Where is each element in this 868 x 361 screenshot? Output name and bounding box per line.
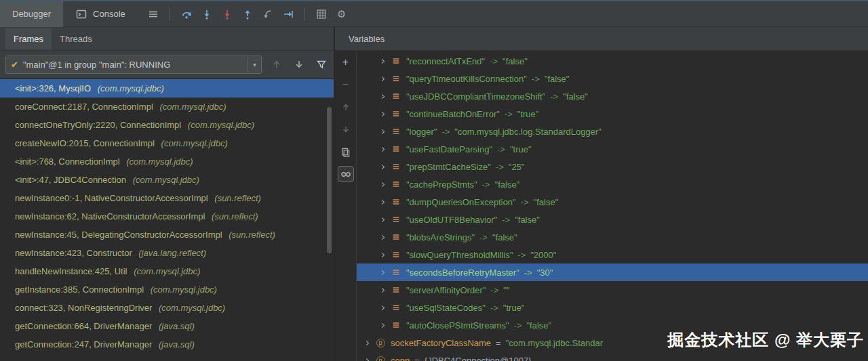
chevron-right-icon[interactable] [377, 322, 388, 329]
chevron-right-icon[interactable] [377, 163, 388, 171]
variable-row[interactable]: "useSqlStateCodes" -> "true" [357, 299, 868, 316]
map-entry-icon [391, 144, 401, 154]
frame-row[interactable]: connectOneTryOnly:2220, ConnectionImpl (… [0, 116, 334, 134]
chevron-right-icon[interactable] [377, 110, 388, 118]
chevron-right-icon[interactable] [377, 181, 388, 188]
previous-frame-button[interactable] [270, 56, 284, 73]
tab-console[interactable]: Console [63, 1, 138, 27]
variable-row[interactable]: "queryTimeoutKillsConnection" -> "false" [357, 70, 868, 87]
chevron-right-icon[interactable] [377, 234, 388, 241]
frames-scrollbar[interactable] [327, 80, 332, 360]
view-breakpoints-icon[interactable] [311, 5, 332, 23]
variable-row[interactable]: "logger" -> "com.mysql.jdbc.log.Standard… [357, 123, 868, 140]
chevron-right-icon[interactable] [377, 128, 388, 135]
frame-row[interactable]: createNewIO:2015, ConnectionImpl (com.my… [0, 134, 334, 152]
variable-row[interactable]: "useOldUTF8Behavior" -> "false" [357, 211, 868, 228]
variable-value: "com.mysql.jdbc.log.StandardLogger" [454, 127, 601, 137]
layout-menu-icon[interactable] [143, 5, 163, 23]
variable-row[interactable]: "useJDBCCompliantTimezoneShift" -> "fals… [357, 87, 868, 105]
local-variable-row[interactable]: p conn = {JDBC4Connection@1007} [357, 352, 868, 361]
filter-frames-button[interactable] [314, 56, 328, 73]
frame-row[interactable]: <init>:47, JDBC4Connection (com.mysql.jd… [0, 171, 334, 189]
console-icon [75, 5, 87, 23]
variable-value: "false" [495, 179, 520, 190]
chevron-right-icon[interactable] [377, 146, 388, 153]
arrow-separator: -> [490, 303, 498, 313]
drop-frame-icon[interactable] [258, 5, 278, 23]
step-over-icon[interactable] [176, 5, 197, 23]
chevron-right-icon[interactable] [377, 251, 388, 259]
chevron-right-icon[interactable] [377, 198, 388, 206]
map-entry-icon [391, 302, 401, 313]
watches-toolbar: + − [335, 51, 357, 361]
frame-location: getConnection:247, DriverManager [15, 339, 152, 349]
frames-scrollbar-thumb[interactable] [327, 107, 332, 253]
frame-row[interactable]: getConnection:247, DriverManager (java.s… [0, 335, 334, 354]
equals-separator: = [414, 356, 420, 361]
variable-row[interactable]: "serverAffinityOrder" -> "" [357, 281, 868, 299]
run-to-cursor-icon[interactable] [278, 5, 298, 23]
frame-row[interactable]: <init>:326, MysqlIO (com.mysql.jdbc) [0, 79, 334, 98]
arrow-separator: -> [502, 215, 510, 225]
chevron-right-icon[interactable] [361, 339, 372, 347]
next-frame-button[interactable] [292, 56, 307, 73]
frame-location: <init>:768, ConnectionImpl [15, 156, 120, 167]
variable-row[interactable]: "blobsAreStrings" -> "false" [357, 228, 868, 246]
variable-name: "useFastDateParsing" [406, 144, 492, 154]
variable-name: "autoClosePStmtStreams" [406, 320, 509, 331]
settings-icon[interactable]: ⚙ [332, 5, 352, 23]
frame-row[interactable]: getConnection:664, DriverManager (java.s… [0, 317, 334, 335]
frame-row[interactable]: connect:323, NonRegisteringDriver (com.m… [0, 299, 334, 317]
chevron-right-icon[interactable] [377, 216, 388, 224]
debug-toolbar: Debugger Console [0, 1, 868, 27]
variable-row[interactable]: "prepStmtCacheSize" -> "25" [357, 158, 868, 175]
frame-row[interactable]: handleNewInstance:425, Util (com.mysql.j… [0, 262, 334, 280]
variable-row[interactable]: "slowQueryThresholdMillis" -> "2000" [357, 246, 868, 263]
frame-row[interactable]: getInstance:385, ConnectionImpl (com.mys… [0, 280, 334, 299]
frame-row[interactable]: newInstance:62, NativeConstructorAccesso… [0, 207, 334, 226]
tab-threads[interactable]: Threads [52, 28, 100, 49]
chevron-right-icon[interactable] [377, 93, 388, 100]
frame-row[interactable]: newInstance0:-1, NativeConstructorAccess… [0, 189, 334, 207]
frame-row[interactable]: newInstance:45, DelegatingConstructorAcc… [0, 226, 334, 244]
show-watches-button[interactable] [338, 166, 354, 182]
thread-selector-dropdown[interactable]: ✔ "main"@1 in group "main": RUNNING ▾ [5, 56, 262, 74]
variable-row[interactable]: "cachePrepStmts" -> "false" [357, 175, 868, 193]
chevron-right-icon[interactable] [377, 58, 388, 65]
variable-row[interactable]: "useFastDateParsing" -> "true" [357, 140, 868, 158]
step-into-icon[interactable] [197, 5, 217, 23]
frame-package: (com.mysql.jdbc) [159, 303, 225, 313]
chevron-right-icon[interactable] [361, 357, 372, 361]
dropdown-arrow-icon[interactable]: ▾ [248, 56, 261, 73]
variable-row[interactable]: "secondsBeforeRetryMaster" -> "30" [357, 263, 868, 281]
frame-row[interactable]: coreConnect:2187, ConnectionImpl (com.my… [0, 98, 334, 116]
arrow-separator: -> [550, 91, 558, 102]
add-watch-button[interactable]: + [338, 54, 354, 70]
step-out-icon[interactable] [237, 5, 258, 23]
force-step-into-icon[interactable] [217, 5, 237, 23]
frames-panel: Frames Threads ✔ "main"@1 in group "main… [0, 27, 335, 361]
chevron-right-icon[interactable] [377, 304, 388, 312]
frame-location: <init>:47, JDBC4Connection [15, 175, 126, 185]
frame-row[interactable]: newInstance:423, Constructor (java.lang.… [0, 244, 334, 262]
chevron-right-icon[interactable] [377, 286, 388, 294]
move-up-button[interactable] [338, 99, 354, 115]
tab-frames[interactable]: Frames [5, 28, 52, 49]
frame-package: (java.sql) [159, 321, 195, 331]
arrow-separator: -> [505, 109, 513, 119]
variable-value: "true" [517, 109, 539, 119]
chevron-right-icon[interactable] [377, 75, 388, 83]
tab-debugger[interactable]: Debugger [0, 1, 63, 27]
variable-value: "false" [502, 56, 528, 66]
chevron-right-icon[interactable] [377, 269, 388, 276]
variable-row[interactable]: "reconnectAtTxEnd" -> "false" [357, 52, 868, 70]
move-down-button[interactable] [338, 121, 354, 137]
frames-list: <init>:326, MysqlIO (com.mysql.jdbc) cor… [0, 79, 334, 361]
variable-row[interactable]: "continueBatchOnError" -> "true" [357, 105, 868, 123]
frame-row[interactable]: <init>:768, ConnectionImpl (com.mysql.jd… [0, 152, 334, 171]
variable-row[interactable]: "dumpQueriesOnException" -> "false" [357, 193, 868, 211]
remove-watch-button[interactable]: − [338, 77, 354, 93]
variables-panel: Variables + − [335, 27, 868, 361]
duplicate-watch-button[interactable] [338, 144, 354, 160]
frame-location: getInstance:385, ConnectionImpl [15, 284, 144, 295]
